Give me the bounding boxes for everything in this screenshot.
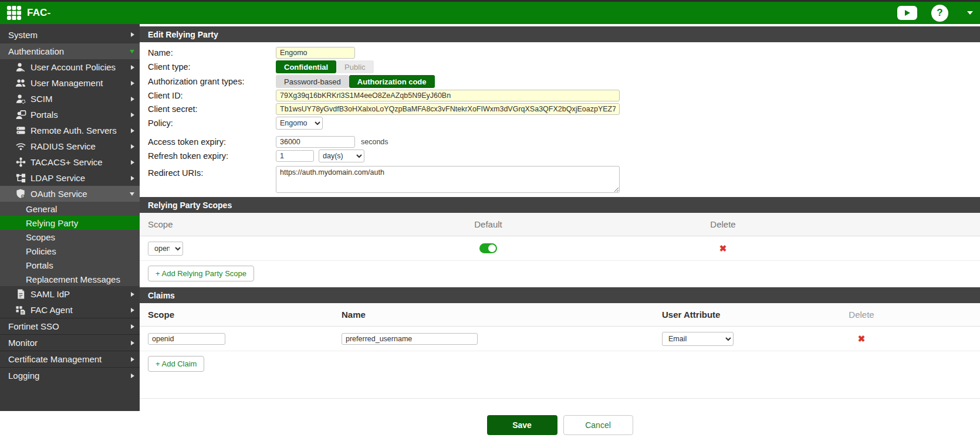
- claims-header-user-attribute: User Attribute: [662, 310, 826, 320]
- sidebar-item-replacement-messages[interactable]: Replacement Messages: [0, 272, 140, 286]
- redirect-uris-label: Redirect URIs:: [148, 166, 276, 178]
- sidebar-item-ldap-service[interactable]: LDAP Service: [0, 170, 140, 186]
- hierarchy-icon: [15, 172, 26, 184]
- sidebar-item-certificate-management[interactable]: Certificate Management: [0, 351, 140, 367]
- delete-scope-button[interactable]: ✖: [719, 243, 727, 254]
- policy-select[interactable]: Engomo: [276, 117, 323, 130]
- sidebar-item-saml-idp[interactable]: SAML IdP: [0, 286, 140, 302]
- grant-authorization-code-button[interactable]: Authorization code: [349, 75, 435, 88]
- refresh-token-expiry-label: Refresh token expiry:: [148, 151, 276, 161]
- page-title: Edit Relying Party: [140, 26, 980, 42]
- sidebar-item-oauth-service[interactable]: OAuth Service: [0, 186, 140, 202]
- sidebar-item-portals[interactable]: Portals: [0, 107, 140, 123]
- sidebar-item-policies[interactable]: Policies: [0, 244, 140, 258]
- sidebar-item-label: LDAP Service: [31, 173, 85, 183]
- sidebar-item-general[interactable]: General: [0, 202, 140, 216]
- chevron-right-icon: [131, 144, 134, 149]
- claim-user-attribute-select[interactable]: Email: [662, 332, 734, 346]
- sidebar-item-user-account-policies[interactable]: User Account Policies: [0, 59, 140, 75]
- client-id-label: Client ID:: [148, 91, 276, 100]
- default-toggle-on[interactable]: [479, 243, 497, 253]
- sidebar-item-label: User Account Policies: [31, 62, 116, 72]
- grant-types-label: Authorization grant types:: [148, 77, 276, 86]
- add-claim-button[interactable]: + Add Claim: [148, 356, 204, 372]
- save-button[interactable]: Save: [487, 415, 557, 435]
- user-gear-icon: [15, 93, 26, 104]
- chevron-right-icon: [131, 160, 134, 165]
- network-cross-icon: [15, 157, 26, 168]
- sidebar-item-fac-agent[interactable]: FAC Agent: [0, 302, 140, 318]
- chevron-right-icon: [131, 374, 134, 378]
- sidebar-item-logging[interactable]: Logging: [0, 367, 140, 383]
- shield-icon: [15, 188, 26, 199]
- chevron-right-icon: [131, 308, 134, 313]
- refresh-token-expiry-input[interactable]: [276, 150, 314, 162]
- scopes-header-delete: Delete: [688, 219, 758, 229]
- scopes-section-header: Relying Party Scopes: [140, 197, 980, 213]
- claims-header-delete: Delete: [826, 310, 897, 320]
- sidebar-item-label: OAuth Service: [31, 189, 87, 199]
- sidebar-item-label: RADIUS Service: [31, 141, 96, 151]
- help-icon[interactable]: ?: [931, 5, 948, 22]
- sidebar-item-monitor[interactable]: Monitor: [0, 334, 140, 351]
- claims-header-name: Name: [342, 310, 662, 320]
- client-type-public-button[interactable]: Public: [336, 60, 373, 73]
- sidebar-item-authentication[interactable]: Authentication: [0, 43, 140, 59]
- scopes-table-header: Scope Default Delete: [140, 213, 980, 236]
- chevron-down-icon: [130, 50, 134, 53]
- name-label: Name:: [148, 48, 276, 57]
- wifi-icon: [15, 141, 26, 152]
- add-relying-party-scope-button[interactable]: + Add Relying Party Scope: [148, 266, 254, 281]
- chevron-right-icon: [131, 32, 134, 37]
- chevron-right-icon: [131, 81, 134, 86]
- scope-select[interactable]: openid: [148, 242, 183, 256]
- chevron-down-icon: [967, 11, 973, 15]
- youtube-icon[interactable]: [897, 6, 917, 20]
- redirect-uris-textarea[interactable]: https://auth.mydomain.com/auth: [276, 166, 620, 193]
- chevron-down-icon: [130, 192, 134, 196]
- account-menu[interactable]: [962, 11, 973, 15]
- scopes-header-default: Default: [453, 219, 523, 229]
- sidebar-item-remote-auth-servers[interactable]: Remote Auth. Servers: [0, 123, 140, 138]
- claims-table-header: Scope Name User Attribute Delete: [140, 303, 980, 327]
- claim-scope-input[interactable]: [148, 333, 225, 345]
- cancel-button[interactable]: Cancel: [563, 415, 633, 435]
- sidebar-item-tacacs-service[interactable]: TACACS+ Service: [0, 154, 140, 170]
- sidebar-item-scopes[interactable]: Scopes: [0, 230, 140, 244]
- sidebar-item-label: General: [26, 204, 57, 214]
- grant-password-based-button[interactable]: Password-based: [276, 75, 349, 88]
- chevron-right-icon: [131, 176, 134, 181]
- grant-types-segment: Password-based Authorization code: [276, 75, 435, 88]
- sidebar-item-radius-service[interactable]: RADIUS Service: [0, 138, 140, 154]
- agent-icon: [15, 304, 26, 315]
- chevron-right-icon: [131, 324, 134, 329]
- sidebar-item-fortinet-sso[interactable]: Fortinet SSO: [0, 318, 140, 334]
- user-window-icon: [15, 109, 26, 120]
- sidebar-item-scim[interactable]: SCIM: [0, 91, 140, 107]
- delete-claim-button[interactable]: ✖: [858, 334, 866, 344]
- client-id-input[interactable]: [276, 90, 620, 101]
- client-type-confidential-button[interactable]: Confidential: [276, 60, 336, 73]
- client-secret-input[interactable]: [276, 103, 620, 115]
- access-token-unit: seconds: [361, 138, 388, 146]
- chevron-right-icon: [131, 113, 134, 117]
- sidebar-item-portals[interactable]: Portals: [0, 258, 140, 272]
- refresh-token-unit-select[interactable]: day(s): [319, 150, 364, 162]
- chevron-right-icon: [131, 357, 134, 362]
- topbar: FAC- ?: [0, 0, 980, 24]
- claim-name-input[interactable]: [342, 333, 478, 345]
- sidebar-item-relying-party[interactable]: Relying Party: [0, 216, 140, 230]
- apps-grid-icon[interactable]: [6, 5, 22, 21]
- access-token-expiry-input[interactable]: [276, 136, 355, 148]
- edit-relying-party-form: Name: Client type: Confidential Public A…: [140, 42, 980, 197]
- sidebar-item-label: System: [8, 30, 38, 40]
- client-type-label: Client type:: [148, 62, 276, 72]
- sidebar-item-system[interactable]: System: [0, 26, 140, 43]
- sidebar-item-user-management[interactable]: User Management: [0, 75, 140, 91]
- main-content: Edit Relying Party Name: Client type: Co…: [140, 24, 980, 435]
- name-input[interactable]: [276, 47, 355, 59]
- policy-label: Policy:: [148, 118, 276, 128]
- footer-divider: [140, 398, 980, 399]
- user-group-icon: [15, 77, 26, 89]
- sidebar-item-label: Remote Auth. Servers: [31, 125, 117, 135]
